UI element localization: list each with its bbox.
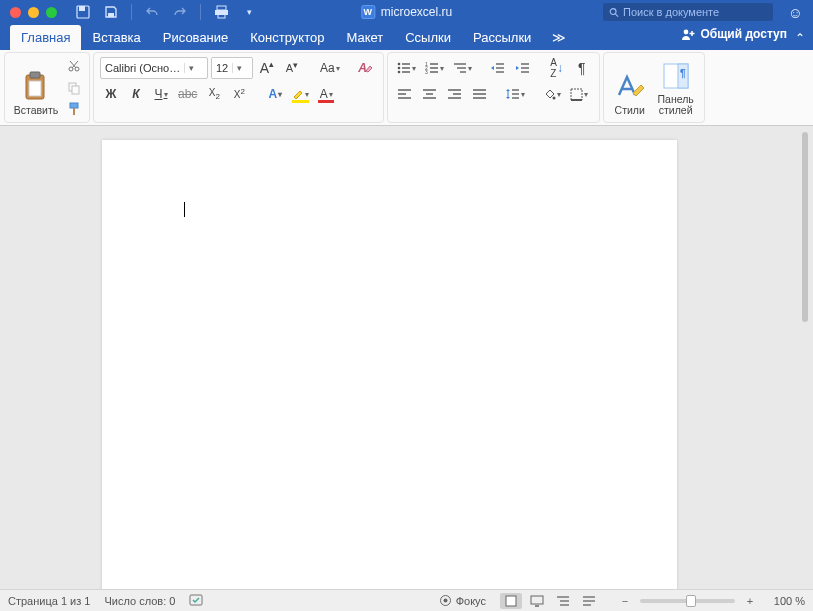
scissors-icon <box>67 59 81 73</box>
status-bar: Страница 1 из 1 Число слов: 0 Фокус − + … <box>0 589 813 611</box>
sort-button[interactable]: AZ↓ <box>546 57 568 79</box>
strikethrough-button[interactable]: abc <box>175 83 200 105</box>
status-focus[interactable]: Фокус <box>439 594 486 607</box>
numbering-button[interactable]: 123▾ <box>422 57 447 79</box>
svg-rect-20 <box>70 103 78 108</box>
superscript-button[interactable]: X2 <box>228 83 250 105</box>
status-page[interactable]: Страница 1 из 1 <box>8 595 90 607</box>
outline-icon <box>556 595 570 607</box>
status-word-count[interactable]: Число слов: 0 <box>104 595 175 607</box>
copy-button[interactable] <box>63 78 85 98</box>
align-right-button[interactable] <box>444 83 466 105</box>
spellcheck-icon <box>189 594 205 608</box>
font-name-combo[interactable]: Calibri (Осно…▾ <box>100 57 208 79</box>
shading-button[interactable]: ▾ <box>540 83 564 105</box>
chevron-down-icon: ▾ <box>164 90 168 99</box>
draft-icon <box>582 595 596 607</box>
underline-button[interactable]: Ч▾ <box>150 83 172 105</box>
share-label: Общий доступ <box>700 27 787 41</box>
tab-mailings[interactable]: Рассылки <box>462 25 542 50</box>
tab-insert[interactable]: Вставка <box>81 25 151 50</box>
text-effects-button[interactable]: A▾ <box>264 83 286 105</box>
borders-button[interactable]: ▾ <box>567 83 591 105</box>
print-layout-view-button[interactable] <box>500 593 522 609</box>
document-name-label: microexcel.ru <box>381 5 452 19</box>
chevron-down-icon: ▾ <box>521 90 525 99</box>
zoom-out-button[interactable]: − <box>614 593 636 609</box>
tab-references[interactable]: Ссылки <box>394 25 462 50</box>
web-layout-view-button[interactable] <box>526 593 548 609</box>
undo-icon[interactable] <box>144 4 160 20</box>
outline-view-button[interactable] <box>552 593 574 609</box>
chevron-down-icon: ▾ <box>440 64 444 73</box>
minimize-window-button[interactable] <box>28 7 39 18</box>
draft-view-button[interactable] <box>578 593 600 609</box>
close-window-button[interactable] <box>10 7 21 18</box>
share-button[interactable]: Общий доступ <box>681 27 787 41</box>
chevron-down-icon: ▾ <box>584 90 588 99</box>
grow-font-button[interactable]: A▴ <box>256 57 278 79</box>
chevron-down-icon: ▾ <box>184 63 198 73</box>
svg-rect-13 <box>29 81 41 96</box>
document-page[interactable] <box>102 140 677 589</box>
zoom-window-button[interactable] <box>46 7 57 18</box>
tab-layout[interactable]: Макет <box>335 25 394 50</box>
tab-label: Ссылки <box>405 30 451 45</box>
font-size-value: 12 <box>212 62 232 74</box>
align-left-button[interactable] <box>394 83 416 105</box>
paragraph-row-1: ▾ 123▾ ▾ AZ↓ ¶ <box>394 57 593 79</box>
svg-rect-3 <box>217 6 226 10</box>
bullets-button[interactable]: ▾ <box>394 57 419 79</box>
italic-button[interactable]: К <box>125 83 147 105</box>
print-icon[interactable] <box>213 4 229 20</box>
scrollbar-thumb[interactable] <box>802 132 808 322</box>
styles-button[interactable]: Стили <box>608 56 652 119</box>
font-size-combo[interactable]: 12▾ <box>211 57 253 79</box>
show-hide-marks-button[interactable]: ¶ <box>571 57 593 79</box>
paste-button[interactable]: Вставить <box>9 56 63 119</box>
search-box[interactable] <box>603 3 773 21</box>
status-spellcheck[interactable] <box>189 594 205 608</box>
highlight-color-button[interactable]: ▾ <box>289 83 312 105</box>
chevron-down-icon: ▾ <box>557 90 561 99</box>
title-bar: ▾ W microexcel.ru ☺ <box>0 0 813 24</box>
clear-formatting-button[interactable]: A <box>355 57 377 79</box>
increase-indent-button[interactable] <box>512 57 534 79</box>
zoom-slider-thumb[interactable] <box>686 595 696 607</box>
zoom-in-button[interactable]: + <box>739 593 761 609</box>
feedback-smiley-icon[interactable]: ☺ <box>788 4 803 21</box>
redo-icon[interactable] <box>172 4 188 20</box>
zoom-slider[interactable] <box>640 599 735 603</box>
align-center-button[interactable] <box>419 83 441 105</box>
multilevel-list-button[interactable]: ▾ <box>450 57 475 79</box>
font-color-button[interactable]: A▾ <box>315 83 337 105</box>
qat-chevron-icon[interactable]: ▾ <box>241 4 257 20</box>
word-count-label: Число слов: 0 <box>104 595 175 607</box>
bold-button[interactable]: Ж <box>100 83 122 105</box>
decrease-indent-button[interactable] <box>487 57 509 79</box>
format-painter-button[interactable] <box>63 99 85 119</box>
clipboard-icon <box>22 69 50 105</box>
shrink-font-button[interactable]: A▾ <box>281 57 303 79</box>
line-spacing-button[interactable]: ▾ <box>503 83 528 105</box>
tabs-overflow-button[interactable]: ≫ <box>542 25 576 50</box>
zoom-level-label[interactable]: 100 % <box>765 595 805 607</box>
tab-design[interactable]: Конструктор <box>239 25 335 50</box>
collapse-ribbon-chevron-icon[interactable]: ⌃ <box>795 31 805 45</box>
font-row-1: Calibri (Осно…▾ 12▾ A▴ A▾ Aa▾ A <box>100 57 377 79</box>
tab-home[interactable]: Главная <box>10 25 81 50</box>
save-icon[interactable] <box>103 4 119 20</box>
multilevel-list-icon <box>453 62 467 74</box>
subscript-button[interactable]: X2 <box>203 83 225 105</box>
focus-label: Фокус <box>456 595 486 607</box>
vertical-scrollbar[interactable] <box>799 132 811 583</box>
tab-draw[interactable]: Рисование <box>152 25 239 50</box>
tab-label: Макет <box>346 30 383 45</box>
autosave-icon[interactable] <box>75 4 91 20</box>
cut-button[interactable] <box>63 56 85 76</box>
styles-pane-button[interactable]: ¶ Панель стилей <box>652 56 700 119</box>
change-case-button[interactable]: Aa▾ <box>317 57 343 79</box>
justify-button[interactable] <box>469 83 491 105</box>
search-input[interactable] <box>623 6 767 18</box>
justify-icon <box>473 89 486 100</box>
